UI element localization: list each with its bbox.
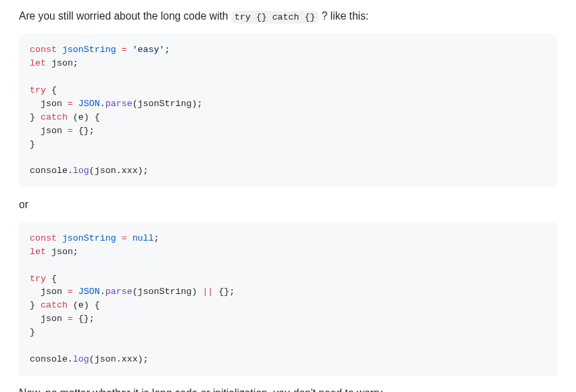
code-token: jsonString [62,45,116,55]
outro-paragraph-1: Now, no matter whether it is long code o… [19,385,557,392]
code-token: try [30,85,46,95]
code-token: catch [41,300,68,310]
code-token: ; [154,233,160,243]
code-token: ; [165,45,170,55]
code-token: json; [51,58,78,68]
code-token: = [68,287,73,297]
code-token: {}; [73,314,95,324]
code-token: parse [105,99,133,109]
code-token: null [133,233,154,243]
code-token: console. [30,166,73,176]
code-token: {}; [73,126,95,136]
code-token: json [30,126,68,136]
code-token: . [100,287,105,297]
code-token: (json.xxx); [89,354,149,364]
code-token [116,233,122,243]
code-token: } [30,112,41,122]
code-token: } [30,300,41,310]
code-token: (e) { [68,112,100,122]
code-token: log [73,166,89,176]
intro-text-after: ? like this: [322,10,368,22]
code-block-example-2: const jsonString = null; let json; try {… [19,222,557,376]
code-token: (jsonString) [133,287,203,297]
code-token: let [30,247,46,257]
intro-text-before: Are you still worried about the long cod… [19,10,231,22]
code-token: const [30,45,57,55]
code-token [73,287,78,297]
code-token: = [68,314,73,324]
code-token: parse [105,287,133,297]
code-token: json; [51,247,78,257]
code-token: (jsonString); [133,99,203,109]
code-token: } [30,139,35,149]
code-token: json [30,314,68,324]
code-token: const [30,233,57,243]
code-token: catch [41,112,68,122]
code-token: json [30,287,68,297]
code-token [127,45,133,55]
code-token [46,247,51,257]
code-token: = [122,233,127,243]
code-token: (e) { [68,300,100,310]
code-token: = [122,45,127,55]
or-paragraph: or [19,197,557,212]
inline-code-trycatch: try {} catch {} [231,11,319,24]
code-token: { [46,274,57,284]
code-token: = [68,126,73,136]
code-token: JSON [78,99,100,109]
code-token [73,99,78,109]
code-token: . [100,99,105,109]
code-token: = [68,99,73,109]
code-token: console. [30,354,73,364]
code-token [46,58,51,68]
code-token: {}; [213,287,235,297]
code-token: (json.xxx); [89,166,149,176]
code-block-example-1: const jsonString = 'easy'; let json; try… [19,34,557,187]
code-token [116,45,122,55]
intro-paragraph: Are you still worried about the long cod… [19,8,557,24]
code-token: || [202,287,213,297]
code-token: { [46,85,57,95]
code-token: let [30,58,46,68]
code-token [127,233,133,243]
code-token: } [30,327,35,337]
code-token: json [30,99,68,109]
code-token: log [73,354,89,364]
code-token: try [30,274,46,284]
code-token: 'easy' [133,45,165,55]
code-token: jsonString [62,233,116,243]
code-token: JSON [78,287,100,297]
code-token [57,45,62,55]
code-token [57,233,62,243]
